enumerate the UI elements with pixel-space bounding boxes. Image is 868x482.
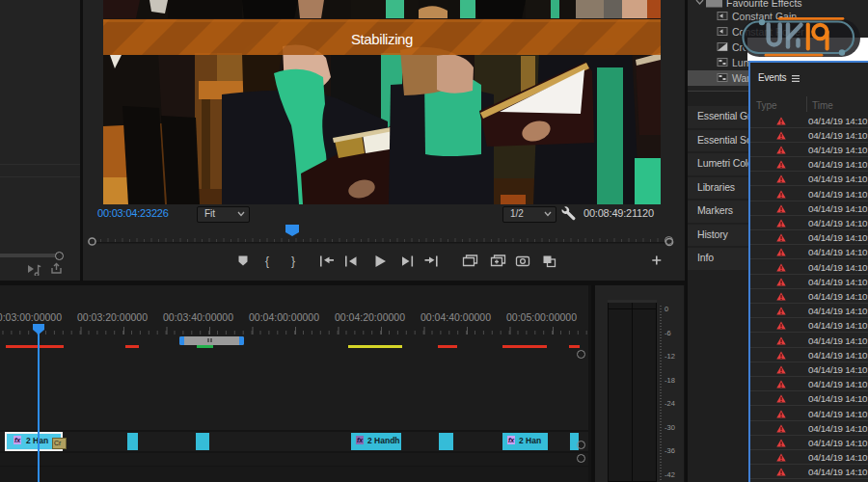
svg-text:-6: -6	[665, 329, 671, 337]
svg-text:-18: -18	[665, 376, 675, 385]
svg-text:-42: -42	[665, 470, 675, 479]
svg-text:Stabilizing: Stabilizing	[351, 31, 413, 47]
svg-text:-24: -24	[665, 399, 675, 408]
svg-text:0: 0	[665, 305, 668, 313]
svg-text:{: {	[265, 254, 269, 268]
svg-text:}: }	[291, 254, 295, 268]
svg-text:Favourite Effects: Favourite Effects	[726, 0, 802, 9]
svg-text:-12: -12	[665, 352, 675, 361]
svg-text:-30: -30	[665, 423, 675, 432]
svg-text:-36: -36	[665, 446, 675, 455]
